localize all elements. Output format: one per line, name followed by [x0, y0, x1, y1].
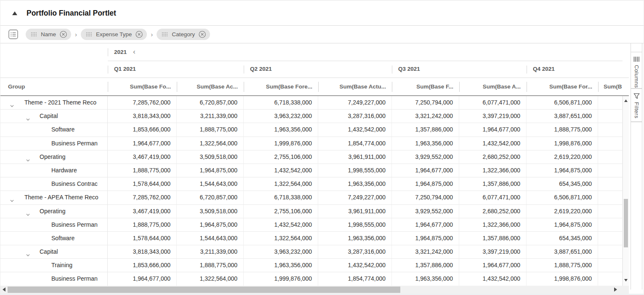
- grouping-settings-button[interactable]: [8, 30, 18, 40]
- value-cell: 1,322,564,000: [177, 137, 244, 150]
- tab-filters[interactable]: Filters: [631, 89, 642, 122]
- quarter-header-4: Q4 2021: [533, 61, 555, 77]
- expand-chevron-icon[interactable]: [9, 100, 15, 109]
- group-label: Hardware: [51, 167, 77, 174]
- group-cell[interactable]: Software: [0, 123, 108, 136]
- group-label: Business Contrac: [51, 180, 98, 187]
- quarter-header-1: Q1 2021: [114, 61, 136, 77]
- group-cell[interactable]: Theme - 2021 Theme Reco: [0, 96, 108, 109]
- title-bar: Portfolio Financial Portlet: [0, 1, 644, 26]
- measure-column-header-8[interactable]: Sum(B: [598, 78, 623, 96]
- group-cell[interactable]: Hardware: [0, 164, 108, 177]
- table-row: Capital3,818,343,0003,211,339,0003,963,2…: [0, 110, 623, 123]
- measure-column-header-3[interactable]: Sum(Base Fore...: [244, 78, 318, 96]
- value-cell: [598, 110, 623, 123]
- value-cell: 1,544,643,000: [177, 177, 244, 190]
- group-cell[interactable]: Software: [0, 232, 108, 245]
- group-cell[interactable]: Business Perman: [0, 137, 108, 150]
- year-collapse-icon[interactable]: ‹: [133, 43, 136, 60]
- collapse-portlet-icon[interactable]: [12, 11, 17, 15]
- quarter-header-2: Q2 2021: [250, 61, 272, 77]
- value-cell: 7,249,227,000: [318, 191, 392, 204]
- value-cell: 1,998,555,000: [318, 164, 392, 177]
- drag-handle-icon[interactable]: [162, 32, 168, 37]
- value-cell: [598, 150, 623, 164]
- scroll-left-icon[interactable]: [3, 287, 5, 292]
- value-cell: 1,432,542,000: [459, 137, 527, 150]
- expand-chevron-icon[interactable]: [25, 249, 31, 258]
- pill-label: Name: [41, 31, 56, 38]
- horizontal-scrollbar-thumb[interactable]: [8, 287, 400, 293]
- quarter-header-band: Q1 2021Q2 2021Q3 2021Q4 2021: [0, 61, 629, 78]
- sidebar-tab-strip: Columns Filters: [631, 43, 642, 290]
- group-cell[interactable]: Operating: [0, 150, 108, 164]
- value-cell: 1,853,666,000: [108, 259, 177, 272]
- group-label: Theme - 2021 Theme Reco: [24, 99, 96, 106]
- group-cell[interactable]: Capital: [0, 245, 108, 258]
- remove-pill-icon[interactable]: [60, 31, 67, 38]
- group-cell[interactable]: Operating: [0, 205, 108, 218]
- group-cell[interactable]: Theme - APEA Theme Reco: [0, 191, 108, 204]
- remove-pill-icon[interactable]: [199, 31, 206, 38]
- group-cell[interactable]: Capital: [0, 110, 108, 123]
- value-cell: 2,619,220,000: [527, 205, 598, 218]
- remove-pill-icon[interactable]: [136, 31, 143, 38]
- value-cell: [598, 137, 623, 150]
- expand-chevron-icon[interactable]: [9, 195, 15, 204]
- value-cell: [598, 191, 623, 204]
- group-cell[interactable]: Business Perman: [0, 218, 108, 231]
- value-cell: 3,321,242,000: [392, 245, 459, 258]
- right-sidebar: Columns Filters: [629, 43, 644, 290]
- expand-chevron-icon[interactable]: [25, 209, 31, 218]
- hierarchy-toolbar: Name›Expense Type›Category: [0, 26, 644, 43]
- horizontal-scrollbar[interactable]: [0, 286, 629, 294]
- value-cell: 654,345,000: [527, 177, 598, 190]
- value-cell: 1,964,677,000: [392, 164, 459, 177]
- hierarchy-pill-expense-type[interactable]: Expense Type: [81, 29, 147, 40]
- drag-handle-icon[interactable]: [86, 32, 92, 37]
- vertical-scrollbar[interactable]: [623, 96, 629, 286]
- year-header-band: 2021 ‹: [0, 43, 629, 61]
- hierarchy-pill-category[interactable]: Category: [157, 29, 210, 40]
- value-cell: 7,285,762,000: [108, 191, 177, 204]
- expand-chevron-icon[interactable]: [25, 114, 31, 123]
- page-title: Portfolio Financial Portlet: [27, 1, 116, 25]
- value-cell: 7,285,762,000: [108, 96, 177, 109]
- group-cell[interactable]: Training: [0, 259, 108, 272]
- measure-column-header-4[interactable]: Sum(Base Actu...: [318, 78, 392, 96]
- scroll-down-icon[interactable]: [624, 279, 628, 282]
- group-column-header[interactable]: Group: [0, 78, 108, 96]
- value-cell: 3,961,911,000: [318, 205, 392, 218]
- scroll-up-icon[interactable]: [624, 99, 628, 102]
- tab-columns[interactable]: Columns: [631, 52, 642, 89]
- measure-column-header-2[interactable]: Sum(Base Ac...: [177, 78, 244, 96]
- measure-column-header-1[interactable]: Sum(Base Fo...: [108, 78, 177, 96]
- measure-column-header-5[interactable]: Sum(Base F...: [392, 78, 459, 96]
- value-cell: 1,432,542,000: [244, 218, 318, 231]
- value-cell: 1,322,366,000: [459, 164, 527, 177]
- value-cell: 1,998,555,000: [318, 218, 392, 231]
- group-cell[interactable]: Business Contrac: [0, 177, 108, 190]
- value-cell: 3,509,518,000: [177, 205, 244, 218]
- value-cell: 1,963,356,000: [392, 272, 459, 285]
- measure-column-header-7[interactable]: Sum(Base For...: [527, 78, 598, 96]
- value-cell: [598, 205, 623, 218]
- value-cell: 1,999,876,000: [244, 272, 318, 285]
- group-cell[interactable]: Business Perman: [0, 272, 108, 285]
- value-cell: 1,322,564,000: [244, 232, 318, 245]
- drag-handle-icon[interactable]: [31, 32, 37, 37]
- measure-column-header-6[interactable]: Sum(Base A...: [459, 78, 527, 96]
- measure-column-header-label: Sum(Base Fore...: [266, 83, 312, 90]
- value-cell: 1,963,356,000: [318, 177, 392, 190]
- value-cell: 6,506,871,000: [527, 96, 598, 109]
- measure-column-header-label: Sum(Base Actu...: [339, 83, 386, 90]
- scroll-right-icon[interactable]: [614, 287, 617, 292]
- value-cell: 3,211,339,000: [177, 110, 244, 123]
- value-cell: 1,964,875,000: [527, 164, 598, 177]
- hierarchy-pill-name[interactable]: Name: [26, 29, 71, 40]
- value-cell: 1,854,774,000: [318, 272, 392, 285]
- expand-chevron-icon[interactable]: [25, 155, 31, 164]
- table-row: Operating3,467,419,0003,509,518,0002,755…: [0, 205, 623, 218]
- value-cell: 3,961,911,000: [318, 150, 392, 164]
- vertical-scrollbar-thumb[interactable]: [624, 199, 628, 247]
